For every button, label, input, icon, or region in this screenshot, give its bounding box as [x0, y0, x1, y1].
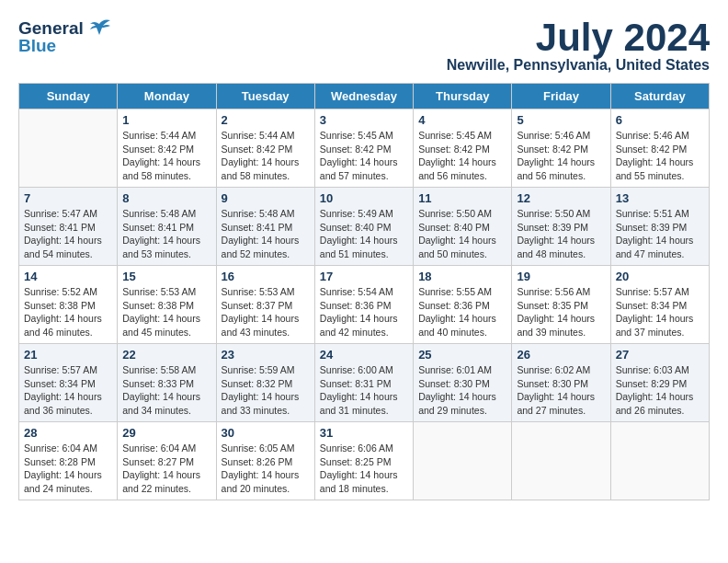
day-number: 26: [517, 348, 605, 362]
day-info: Sunrise: 5:51 AM Sunset: 8:39 PM Dayligh…: [616, 207, 704, 261]
day-number: 23: [222, 348, 310, 362]
calendar-cell-1-5: 4Sunrise: 5:45 AM Sunset: 8:42 PM Daylig…: [414, 109, 512, 188]
logo: General Blue: [18, 18, 112, 56]
col-friday: Friday: [512, 84, 610, 109]
week-row-1: 1Sunrise: 5:44 AM Sunset: 8:42 PM Daylig…: [19, 109, 710, 188]
day-number: 27: [616, 348, 704, 362]
day-number: 31: [320, 426, 408, 440]
day-number: 21: [24, 348, 112, 362]
day-info: Sunrise: 5:49 AM Sunset: 8:40 PM Dayligh…: [320, 207, 408, 261]
day-number: 8: [122, 191, 210, 205]
day-number: 7: [24, 191, 112, 205]
calendar-table: Sunday Monday Tuesday Wednesday Thursday…: [18, 83, 710, 500]
day-number: 19: [517, 270, 605, 283]
page-header: General Blue July 2024 Newville, Pennsyl…: [18, 18, 710, 74]
day-info: Sunrise: 6:05 AM Sunset: 8:26 PM Dayligh…: [222, 442, 310, 496]
calendar-cell-1-3: 2Sunrise: 5:44 AM Sunset: 8:42 PM Daylig…: [216, 109, 314, 188]
day-info: Sunrise: 5:44 AM Sunset: 8:42 PM Dayligh…: [122, 129, 210, 183]
day-info: Sunrise: 5:55 AM Sunset: 8:36 PM Dayligh…: [418, 285, 506, 339]
day-number: 12: [517, 191, 605, 205]
week-row-3: 14Sunrise: 5:52 AM Sunset: 8:38 PM Dayli…: [19, 266, 710, 344]
calendar-cell-4-2: 22Sunrise: 5:58 AM Sunset: 8:33 PM Dayli…: [118, 344, 216, 422]
logo-blue-text: Blue: [18, 37, 56, 56]
day-info: Sunrise: 6:00 AM Sunset: 8:31 PM Dayligh…: [320, 363, 408, 418]
day-info: Sunrise: 6:04 AM Sunset: 8:28 PM Dayligh…: [24, 442, 112, 496]
calendar-cell-2-7: 13Sunrise: 5:51 AM Sunset: 8:39 PM Dayli…: [610, 188, 709, 266]
day-info: Sunrise: 5:47 AM Sunset: 8:41 PM Dayligh…: [24, 207, 112, 261]
day-info: Sunrise: 5:45 AM Sunset: 8:42 PM Dayligh…: [320, 129, 408, 183]
day-info: Sunrise: 5:57 AM Sunset: 8:34 PM Dayligh…: [616, 285, 704, 339]
calendar-cell-4-3: 23Sunrise: 5:59 AM Sunset: 8:32 PM Dayli…: [216, 344, 314, 422]
calendar-cell-3-5: 18Sunrise: 5:55 AM Sunset: 8:36 PM Dayli…: [414, 266, 512, 344]
calendar-cell-1-7: 6Sunrise: 5:46 AM Sunset: 8:42 PM Daylig…: [610, 109, 709, 188]
calendar-cell-1-4: 3Sunrise: 5:45 AM Sunset: 8:42 PM Daylig…: [314, 109, 413, 188]
calendar-cell-4-5: 25Sunrise: 6:01 AM Sunset: 8:30 PM Dayli…: [414, 344, 512, 422]
calendar-cell-4-6: 26Sunrise: 6:02 AM Sunset: 8:30 PM Dayli…: [512, 344, 610, 422]
calendar-cell-2-2: 8Sunrise: 5:48 AM Sunset: 8:41 PM Daylig…: [118, 188, 216, 266]
day-info: Sunrise: 5:48 AM Sunset: 8:41 PM Dayligh…: [222, 207, 310, 261]
day-number: 5: [517, 113, 605, 127]
calendar-cell-5-1: 28Sunrise: 6:04 AM Sunset: 8:28 PM Dayli…: [19, 422, 118, 500]
day-number: 20: [616, 270, 704, 283]
logo-bird-icon: [86, 18, 112, 39]
calendar-cell-2-4: 10Sunrise: 5:49 AM Sunset: 8:40 PM Dayli…: [314, 188, 413, 266]
day-number: 16: [222, 270, 310, 283]
day-info: Sunrise: 5:53 AM Sunset: 8:37 PM Dayligh…: [222, 285, 310, 339]
day-number: 11: [418, 191, 506, 205]
calendar-cell-2-6: 12Sunrise: 5:50 AM Sunset: 8:39 PM Dayli…: [512, 188, 610, 266]
day-number: 28: [24, 426, 112, 440]
week-row-5: 28Sunrise: 6:04 AM Sunset: 8:28 PM Dayli…: [19, 422, 710, 500]
calendar-cell-2-1: 7Sunrise: 5:47 AM Sunset: 8:41 PM Daylig…: [19, 188, 118, 266]
day-info: Sunrise: 5:50 AM Sunset: 8:40 PM Dayligh…: [418, 207, 506, 261]
location-text: Newville, Pennsylvania, United States: [447, 57, 710, 74]
day-number: 22: [122, 348, 210, 362]
day-info: Sunrise: 6:03 AM Sunset: 8:29 PM Dayligh…: [616, 363, 704, 418]
col-thursday: Thursday: [414, 84, 512, 109]
day-number: 2: [222, 113, 310, 127]
calendar-cell-1-6: 5Sunrise: 5:46 AM Sunset: 8:42 PM Daylig…: [512, 109, 610, 188]
day-number: 15: [122, 270, 210, 283]
calendar-cell-2-5: 11Sunrise: 5:50 AM Sunset: 8:40 PM Dayli…: [414, 188, 512, 266]
col-sunday: Sunday: [19, 84, 118, 109]
day-number: 29: [122, 426, 210, 440]
day-number: 30: [222, 426, 310, 440]
day-info: Sunrise: 5:46 AM Sunset: 8:42 PM Dayligh…: [616, 129, 704, 183]
day-info: Sunrise: 5:59 AM Sunset: 8:32 PM Dayligh…: [222, 363, 310, 418]
week-row-4: 21Sunrise: 5:57 AM Sunset: 8:34 PM Dayli…: [19, 344, 710, 422]
day-info: Sunrise: 5:58 AM Sunset: 8:33 PM Dayligh…: [122, 363, 210, 418]
day-number: 6: [616, 113, 704, 127]
day-info: Sunrise: 5:50 AM Sunset: 8:39 PM Dayligh…: [517, 207, 605, 261]
day-number: 18: [418, 270, 506, 283]
month-title: July 2024: [447, 18, 710, 57]
day-info: Sunrise: 5:56 AM Sunset: 8:35 PM Dayligh…: [517, 285, 605, 339]
day-info: Sunrise: 5:53 AM Sunset: 8:38 PM Dayligh…: [122, 285, 210, 339]
day-number: 14: [24, 270, 112, 283]
calendar-cell-5-6: [512, 422, 610, 500]
day-info: Sunrise: 5:46 AM Sunset: 8:42 PM Dayligh…: [517, 129, 605, 183]
day-number: 25: [418, 348, 506, 362]
col-tuesday: Tuesday: [216, 84, 314, 109]
col-wednesday: Wednesday: [314, 84, 413, 109]
calendar-cell-5-4: 31Sunrise: 6:06 AM Sunset: 8:25 PM Dayli…: [314, 422, 413, 500]
calendar-cell-4-7: 27Sunrise: 6:03 AM Sunset: 8:29 PM Dayli…: [610, 344, 709, 422]
col-monday: Monday: [118, 84, 216, 109]
calendar-cell-1-2: 1Sunrise: 5:44 AM Sunset: 8:42 PM Daylig…: [118, 109, 216, 188]
calendar-cell-3-3: 16Sunrise: 5:53 AM Sunset: 8:37 PM Dayli…: [216, 266, 314, 344]
calendar-cell-2-3: 9Sunrise: 5:48 AM Sunset: 8:41 PM Daylig…: [216, 188, 314, 266]
day-info: Sunrise: 6:06 AM Sunset: 8:25 PM Dayligh…: [320, 442, 408, 496]
day-info: Sunrise: 6:02 AM Sunset: 8:30 PM Dayligh…: [517, 363, 605, 418]
calendar-cell-1-1: [19, 109, 118, 188]
weekday-header-row: Sunday Monday Tuesday Wednesday Thursday…: [19, 84, 710, 109]
day-info: Sunrise: 6:04 AM Sunset: 8:27 PM Dayligh…: [122, 442, 210, 496]
day-number: 4: [418, 113, 506, 127]
calendar-cell-4-4: 24Sunrise: 6:00 AM Sunset: 8:31 PM Dayli…: [314, 344, 413, 422]
day-info: Sunrise: 5:54 AM Sunset: 8:36 PM Dayligh…: [320, 285, 408, 339]
calendar-cell-4-1: 21Sunrise: 5:57 AM Sunset: 8:34 PM Dayli…: [19, 344, 118, 422]
calendar-cell-3-7: 20Sunrise: 5:57 AM Sunset: 8:34 PM Dayli…: [610, 266, 709, 344]
week-row-2: 7Sunrise: 5:47 AM Sunset: 8:41 PM Daylig…: [19, 188, 710, 266]
day-number: 10: [320, 191, 408, 205]
calendar-cell-5-3: 30Sunrise: 6:05 AM Sunset: 8:26 PM Dayli…: [216, 422, 314, 500]
day-number: 9: [222, 191, 310, 205]
calendar-cell-3-6: 19Sunrise: 5:56 AM Sunset: 8:35 PM Dayli…: [512, 266, 610, 344]
day-info: Sunrise: 5:48 AM Sunset: 8:41 PM Dayligh…: [122, 207, 210, 261]
